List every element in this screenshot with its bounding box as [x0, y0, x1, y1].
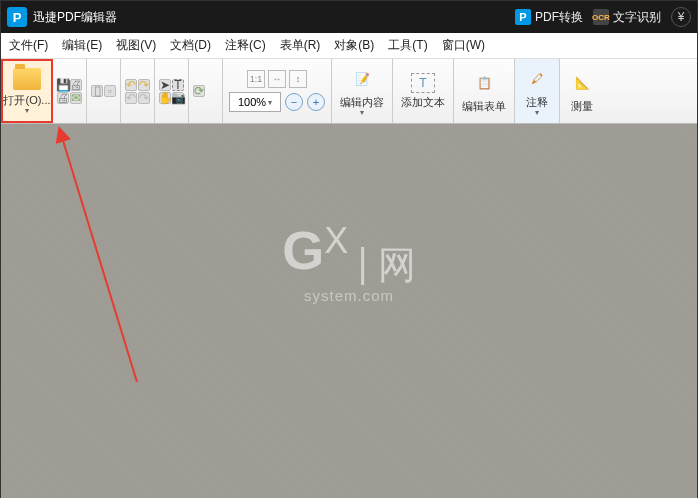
menu-form[interactable]: 表单(R) [280, 37, 321, 54]
camera-icon[interactable]: 📷 [172, 92, 184, 104]
undo-icon[interactable]: ↶ [125, 79, 137, 91]
zoom-group: 1:1 ↔ ↕ 100%▾ − + [223, 59, 332, 123]
add-text-icon: T [411, 73, 435, 93]
blank-icon[interactable]: ▫ [104, 85, 116, 97]
measure-label: 测量 [571, 99, 593, 114]
watermark: GX 网 system.com [282, 219, 416, 304]
dropdown-indicator: ▾ [535, 108, 539, 117]
app-icon: P [7, 7, 27, 27]
cursor-icon[interactable]: ➤ [159, 79, 171, 91]
undo2-icon[interactable]: ↶ [125, 92, 137, 104]
rotate-icon[interactable]: ⟳ [193, 85, 205, 97]
hand-icon[interactable]: ✋ [159, 92, 171, 104]
svg-line-0 [61, 134, 137, 382]
wm-sub: system.com [282, 287, 416, 304]
zoom-in-button[interactable]: + [307, 93, 325, 111]
pdf-convert-button[interactable]: P PDF转换 [515, 9, 583, 26]
fit-width-icon[interactable]: 1:1 [247, 70, 265, 88]
window-title: 迅捷PDF编辑器 [33, 9, 515, 26]
measure-button[interactable]: 📐 测量 [560, 59, 604, 123]
dropdown-indicator: ▾ [360, 108, 364, 117]
fit-page-icon[interactable]: ↔ [268, 70, 286, 88]
menu-file[interactable]: 文件(F) [9, 37, 48, 54]
zoom-value: 100% [238, 96, 266, 108]
menu-window[interactable]: 窗口(W) [442, 37, 485, 54]
open-button[interactable]: 打开(O)... ▾ [1, 59, 53, 123]
select-group: ➤ T ✋ 📷 [155, 59, 189, 123]
save-icon[interactable]: 💾 [57, 79, 69, 91]
add-text-label: 添加文本 [401, 95, 445, 110]
toolbar: 打开(O)... ▾ 💾 🖨 🖨 ✉ ⌷ ▫ ↶ ↷ ↶ ↷ [1, 59, 697, 124]
add-text-button[interactable]: T 添加文本 [393, 59, 454, 123]
titlebar: P 迅捷PDF编辑器 P PDF转换 OCR 文字识别 ¥ [1, 1, 697, 33]
edit-content-button[interactable]: 📝 编辑内容 ▾ [332, 59, 393, 123]
print2-icon[interactable]: 🖨 [57, 92, 69, 104]
menu-view[interactable]: 视图(V) [116, 37, 156, 54]
pdf-icon: P [515, 9, 531, 25]
redo-icon[interactable]: ↷ [138, 79, 150, 91]
dropdown-indicator: ▾ [25, 106, 29, 115]
scanner-group: ⌷ ▫ [87, 59, 121, 123]
edit-form-button[interactable]: 📋 编辑表单 [454, 59, 515, 123]
edit-form-label: 编辑表单 [462, 99, 506, 114]
menu-annotate[interactable]: 注释(C) [225, 37, 266, 54]
wm-divider [362, 247, 365, 285]
print-icon[interactable]: 🖨 [70, 79, 82, 91]
annotate-icon: 🖍 [523, 65, 551, 93]
wm-x: X [324, 220, 348, 261]
menu-document[interactable]: 文档(D) [170, 37, 211, 54]
currency-icon[interactable]: ¥ [671, 7, 691, 27]
menu-object[interactable]: 对象(B) [334, 37, 374, 54]
wm-g: G [282, 220, 324, 280]
measure-icon: 📐 [568, 69, 596, 97]
edit-content-icon: 📝 [348, 65, 376, 93]
fit-height-icon[interactable]: ↕ [289, 70, 307, 88]
zoom-out-button[interactable]: − [285, 93, 303, 111]
scanner-icon[interactable]: ⌷ [91, 85, 103, 97]
textbox-icon[interactable]: T [172, 79, 184, 91]
pdf-convert-label: PDF转换 [535, 9, 583, 26]
edit-form-icon: 📋 [470, 69, 498, 97]
rotate-group: ⟳ [189, 59, 223, 123]
ocr-button[interactable]: OCR 文字识别 [593, 9, 661, 26]
history-group: ↶ ↷ ↶ ↷ [121, 59, 155, 123]
ocr-icon: OCR [593, 9, 609, 25]
menu-tools[interactable]: 工具(T) [388, 37, 427, 54]
annotate-button[interactable]: 🖍 注释 ▾ [515, 59, 560, 123]
annotation-arrow [49, 124, 149, 384]
file-ops-group: 💾 🖨 🖨 ✉ [53, 59, 87, 123]
zoom-input[interactable]: 100%▾ [229, 92, 281, 112]
mail-icon[interactable]: ✉ [70, 92, 82, 104]
menu-edit[interactable]: 编辑(E) [62, 37, 102, 54]
canvas-area: GX 网 system.com [1, 124, 697, 498]
redo2-icon[interactable]: ↷ [138, 92, 150, 104]
folder-icon [13, 68, 41, 90]
menubar: 文件(F) 编辑(E) 视图(V) 文档(D) 注释(C) 表单(R) 对象(B… [1, 33, 697, 59]
wm-cn: 网 [378, 244, 416, 286]
ocr-label: 文字识别 [613, 9, 661, 26]
